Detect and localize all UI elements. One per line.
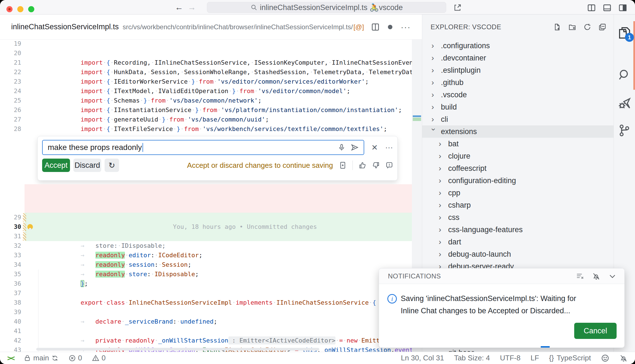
code-line[interactable]: →editor:·ICodeEditor; — [0, 184, 412, 194]
tree-item[interactable]: › .devcontainer — [422, 52, 614, 64]
tree-item[interactable]: › debug-auto-launch — [422, 248, 614, 260]
tree-item[interactable]: › .github — [422, 76, 614, 89]
tree-item[interactable]: › bat — [422, 138, 614, 150]
code-line[interactable]: 27 — [0, 115, 412, 124]
line-number[interactable]: 39 — [0, 307, 21, 317]
errors-status[interactable]: 0 — [69, 354, 82, 362]
line-number[interactable]: 23 — [0, 77, 21, 86]
tree-item[interactable]: › configuration-editing — [422, 174, 614, 187]
code-line[interactable]: 25 import·{·generateUuid·}·from·'vs/base… — [0, 96, 412, 105]
rerun-request-icon[interactable]: ↻ — [105, 159, 119, 172]
eol-type[interactable]: LF — [530, 354, 539, 362]
accept-button[interactable]: Accept — [42, 159, 70, 172]
open-external-icon[interactable] — [453, 3, 462, 12]
tree-item[interactable]: › dart — [422, 236, 614, 248]
code-line[interactable]: 42 →readonly·onDidMoveSession:·Event<IIn… — [0, 336, 412, 345]
line-number[interactable]: 35 — [0, 270, 21, 279]
line-number[interactable]: 37 — [0, 288, 21, 298]
line-number[interactable]: 29 — [0, 213, 21, 222]
address-search-bar[interactable]: inlineChatSessionServiceImpl.ts 🚴vscode — [207, 2, 446, 13]
tree-item[interactable]: › clojure — [422, 150, 614, 162]
more-actions-icon[interactable]: ··· — [401, 22, 411, 32]
breadcrumb[interactable]: src/vs/workbench/contrib/inlineChat/brow… — [123, 23, 353, 31]
code-line[interactable]: 35 — [0, 270, 412, 279]
code-line[interactable]: 33 — [0, 251, 412, 260]
split-vertical-icon[interactable] — [587, 3, 596, 12]
code-line[interactable]: →store:·IDisposable; — [0, 203, 412, 213]
tree-item[interactable]: › cli — [422, 113, 614, 125]
code-line[interactable]: 36 →declare·_serviceBrand:·undefined; — [0, 279, 412, 288]
line-number[interactable]: 21 — [0, 58, 21, 67]
tree-item[interactable]: › extensions — [422, 125, 614, 138]
microphone-icon[interactable] — [338, 144, 345, 151]
tree-item[interactable]: › css — [422, 211, 614, 224]
zoom-window-button[interactable] — [28, 6, 34, 12]
code-line[interactable]: 31 →readonly·store:·IDisposable; — [0, 232, 412, 241]
branch-status[interactable]: main — [24, 354, 58, 362]
code-line[interactable]: 34 export·class·InlineChatSessionService… — [0, 260, 412, 270]
line-number[interactable]: 24 — [0, 86, 21, 96]
report-document-icon[interactable] — [339, 162, 346, 169]
toggle-right-sidebar-icon[interactable] — [618, 3, 627, 12]
chat-more-icon[interactable]: ··· — [385, 143, 393, 152]
close-icon[interactable]: ✕ — [371, 143, 378, 152]
tree-item[interactable]: › css-language-features — [422, 224, 614, 236]
code-line[interactable]: 20 import·{·HunkData,·Session,·SessionWh… — [0, 48, 412, 58]
line-number[interactable]: 25 — [0, 96, 21, 105]
line-number[interactable]: 38 — [0, 298, 21, 307]
breadcrumb-symbol-icon[interactable]: [@] — [353, 23, 364, 31]
code-line[interactable]: 30 →readonly·session:·Session; You, 18 h… — [0, 222, 412, 232]
lightbulb-icon[interactable] — [27, 224, 33, 230]
code-line[interactable]: 32 }; — [0, 241, 412, 251]
feedback-smiley-icon[interactable] — [601, 354, 609, 362]
code-editor[interactable]: 19 import·{·Recording,·IInlineChatSessio… — [0, 40, 422, 352]
code-line[interactable]: 39 →readonly·onWillStartSession:·Event<I… — [0, 307, 412, 317]
close-window-button[interactable] — [6, 6, 13, 12]
line-number[interactable]: 42 — [0, 336, 21, 345]
line-number[interactable]: 43 — [0, 345, 21, 352]
source-control-view-icon[interactable] — [618, 124, 631, 137]
tree-item[interactable]: › .vscode — [422, 89, 614, 101]
tree-item[interactable]: › .eslintplugin — [422, 64, 614, 76]
forward-arrow-icon[interactable]: → — [186, 2, 197, 13]
line-number[interactable]: 34 — [0, 260, 21, 270]
line-number[interactable]: 26 — [0, 105, 21, 115]
new-folder-icon[interactable] — [568, 23, 576, 31]
line-number[interactable]: 19 — [0, 40, 21, 48]
code-line[interactable]: 23 import·{·Schemas·}·from·'vs/base/comm… — [0, 77, 412, 86]
line-number[interactable]: 28 — [0, 124, 21, 134]
code-line[interactable]: 22 import·{·ITextModel,·IValidEditOperat… — [0, 67, 412, 77]
chevron-down-icon[interactable] — [608, 272, 617, 280]
split-horizontal-icon[interactable] — [603, 3, 612, 12]
remote-indicator-icon[interactable]: >< — [7, 354, 14, 362]
collapse-all-icon[interactable] — [598, 23, 606, 31]
code-line[interactable]: 19 import·{·Recording,·IInlineChatSessio… — [0, 40, 412, 48]
code-line[interactable]: 29 →readonly·editor:·ICodeEditor; — [0, 213, 412, 222]
line-number[interactable]: 27 — [0, 115, 21, 124]
code-line[interactable]: 37 — [0, 288, 412, 298]
code-line[interactable]: 26 import·{·ITextFileService·}·from·'vs/… — [0, 105, 412, 115]
thumbs-down-icon[interactable] — [372, 162, 380, 169]
horizontal-scrollbar[interactable] — [36, 348, 319, 351]
cursor-position[interactable]: Ln 30, Col 31 — [401, 354, 444, 362]
search-view-icon[interactable] — [617, 68, 631, 82]
code-line[interactable]: →session:·Session; — [0, 194, 412, 203]
code-line[interactable]: 28 type·SessionData·=·{ — [0, 124, 412, 134]
language-mode[interactable]: {} TypeScript — [549, 354, 591, 362]
explorer-view-icon[interactable]: 1 — [617, 26, 632, 40]
code-line[interactable]: 38 →private·readonly·_onWillStartSession… — [0, 298, 412, 307]
chat-input[interactable]: make these props readonly — [42, 140, 364, 155]
code-line[interactable]: 21 import·{·IEditorWorkerService·}·from·… — [0, 58, 412, 67]
unsaved-changes-dot[interactable] — [388, 25, 392, 29]
code-line[interactable]: 40 — [0, 317, 412, 326]
notifications-bell-slash-icon[interactable] — [619, 354, 628, 362]
tree-item[interactable]: › coffeescript — [422, 162, 614, 174]
line-number[interactable]: 40 — [0, 317, 21, 326]
minimize-window-button[interactable] — [17, 6, 23, 12]
line-number[interactable]: 20 — [0, 48, 21, 58]
tab-size[interactable]: Tab Size: 4 — [454, 354, 490, 362]
do-not-disturb-icon[interactable] — [592, 272, 600, 280]
split-editor-icon[interactable] — [371, 23, 380, 31]
report-issue-icon[interactable] — [386, 162, 393, 169]
tree-item[interactable]: › cpp — [422, 187, 614, 199]
